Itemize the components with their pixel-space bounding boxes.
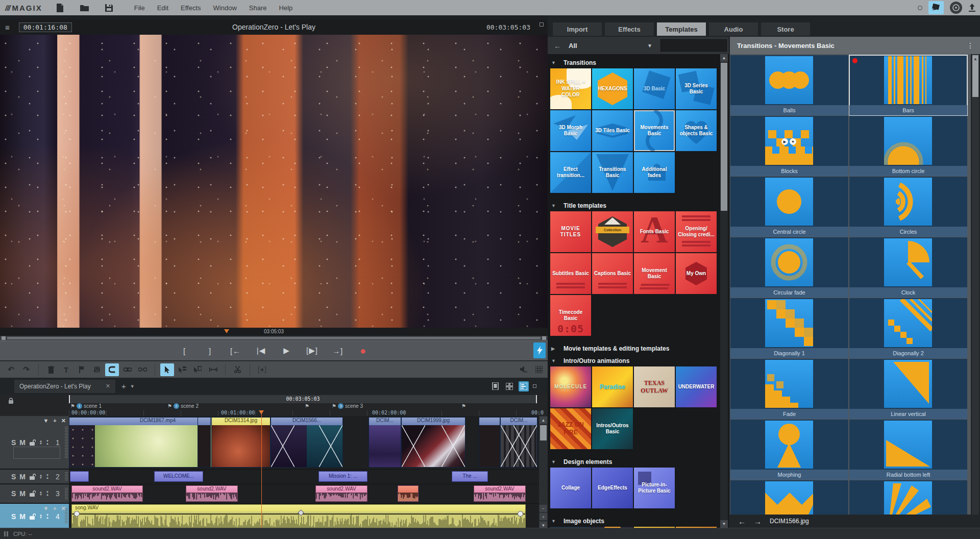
- template-tile[interactable]: 3D Tiles Basic: [592, 110, 633, 151]
- chevron-down-icon[interactable]: ▼: [551, 203, 556, 208]
- scroll-up-button[interactable]: ▲: [540, 416, 547, 424]
- transition-x-icon[interactable]: [271, 425, 295, 467]
- music-clip[interactable]: song.WAV: [71, 504, 526, 528]
- transition-x-icon[interactable]: [402, 425, 425, 467]
- mouse-mode-single-button[interactable]: [160, 363, 174, 376]
- template-tile[interactable]: Picture-in- Picture Basic: [634, 468, 675, 508]
- scene-marker[interactable]: ⚑3scene 3: [332, 403, 363, 409]
- mute-speaker-button[interactable]: [520, 366, 527, 373]
- title-clip[interactable]: WELCOME...: [154, 471, 203, 482]
- track-lane-1[interactable]: DCIM1867.mp4D...DCIM1314.jpgDCIM1566...D…: [69, 416, 539, 469]
- mute-button[interactable]: M: [19, 489, 26, 498]
- lock-icon[interactable]: [29, 513, 36, 520]
- position-track[interactable]: [7, 337, 541, 339]
- template-tile[interactable]: JAZZ ON FIRE: [550, 408, 591, 449]
- detach-monitor-button[interactable]: [540, 22, 544, 27]
- section-header[interactable]: ▶Movie templates & editing templates: [551, 344, 719, 353]
- undo-button[interactable]: ↶: [4, 363, 18, 376]
- solo-button[interactable]: S: [11, 512, 16, 521]
- solo-button[interactable]: S: [11, 473, 16, 481]
- add-project-tab-button[interactable]: +: [121, 382, 126, 390]
- audio-clip[interactable]: sound2.WAV: [71, 485, 143, 502]
- maximize-track-icon[interactable]: ▲▼: [39, 491, 42, 496]
- categories-scroll-thumb[interactable]: [721, 63, 727, 211]
- template-tile[interactable]: HEXAGONS: [592, 68, 633, 109]
- transition-tile-morphing[interactable]: Morphing: [730, 420, 848, 480]
- video-clip[interactable]: DCIM1999.jpg: [401, 417, 465, 468]
- video-clip[interactable]: [198, 417, 211, 468]
- vscroll-thumb[interactable]: [540, 425, 547, 440]
- template-tile[interactable]: Movement Basic: [634, 253, 675, 294]
- menu-help[interactable]: Help: [274, 2, 298, 14]
- title-clip[interactable]: [70, 471, 89, 482]
- tab-store[interactable]: Store: [761, 22, 810, 36]
- edit-mode-button[interactable]: [928, 1, 944, 14]
- mute-button[interactable]: M: [19, 512, 26, 521]
- template-tile[interactable]: MOLECULE: [550, 366, 591, 407]
- minimize-track-icon[interactable]: ▼▲: [46, 440, 49, 445]
- chevron-down-icon[interactable]: ▼: [551, 358, 556, 363]
- track-header-1[interactable]: SM▲▼▼▲1▼+✕: [0, 416, 69, 469]
- maximize-track-icon[interactable]: ▲▼: [39, 440, 42, 445]
- track-lane-2[interactable]: WELCOME...Mission 1: ...The ...: [69, 470, 539, 483]
- transition-tile-circles[interactable]: Circles: [849, 177, 967, 237]
- section-header[interactable]: ▼Image objects: [551, 517, 719, 526]
- view-monitor-button[interactable]: [490, 381, 500, 391]
- transition-tile[interactable]: [849, 480, 967, 514]
- minimize-track-icon[interactable]: ▼▲: [46, 491, 49, 496]
- template-tile[interactable]: Movements Basic: [634, 110, 675, 151]
- open-project-button[interactable]: [76, 1, 93, 14]
- transition-tile-bars[interactable]: Bars: [849, 55, 967, 115]
- solo-button[interactable]: S: [11, 489, 16, 498]
- menu-file[interactable]: File: [129, 2, 150, 14]
- split-button[interactable]: [231, 363, 244, 376]
- chevron-down-icon[interactable]: ▼: [647, 43, 652, 48]
- timeline-ruler[interactable]: 00:00:00:0000:01:00:0000:02:00:0000:0: [69, 410, 539, 416]
- project-tab[interactable]: OperationZero - Let's Play ✕: [14, 380, 115, 393]
- tab-import[interactable]: Import: [553, 22, 602, 36]
- template-tile[interactable]: 3D Basic: [634, 68, 675, 109]
- section-header[interactable]: ▼Title templates: [551, 201, 719, 210]
- template-tile[interactable]: My Own: [676, 253, 717, 294]
- video-preview[interactable]: [0, 35, 548, 328]
- detach-arranger-button[interactable]: [533, 384, 536, 388]
- minimize-track-icon[interactable]: ▼▲: [46, 514, 49, 519]
- play-preview-icon[interactable]: ▶: [781, 138, 788, 145]
- mouse-mode-all-tracks-button[interactable]: [176, 363, 189, 376]
- template-tile[interactable]: Shapes & objects Basic: [676, 110, 717, 151]
- section-header[interactable]: ▼Design elements: [551, 457, 719, 467]
- volume-handle[interactable]: [74, 511, 80, 517]
- track-header-4[interactable]: SM▲▼▼▲4▼+✕: [0, 504, 69, 529]
- transition-x-icon[interactable]: [319, 425, 342, 467]
- audio-clip[interactable]: [398, 485, 419, 502]
- audio-clip[interactable]: sound2.WAV: [474, 485, 526, 502]
- template-tile[interactable]: Timecode Basic0:05: [550, 295, 591, 336]
- play-button[interactable]: ▶: [278, 345, 296, 357]
- template-tile[interactable]: AFonts Basic: [634, 211, 675, 252]
- view-storyboard-button[interactable]: [504, 381, 514, 391]
- template-tile[interactable]: Paradise: [592, 366, 633, 407]
- chevron-down-icon[interactable]: ▼: [551, 519, 556, 524]
- favorite-icon[interactable]: ♥: [790, 138, 796, 145]
- snap-magnet-button[interactable]: [105, 363, 119, 376]
- track-add-icon[interactable]: +: [53, 505, 56, 512]
- tab-list-dropdown[interactable]: ▼: [130, 384, 135, 389]
- jump-end-button[interactable]: →]: [329, 345, 347, 357]
- title-button[interactable]: T: [59, 363, 73, 376]
- lock-icon[interactable]: [29, 474, 36, 480]
- track-grip[interactable]: [65, 427, 68, 458]
- template-tile[interactable]: Effect transition...: [550, 152, 591, 193]
- track-lane-3[interactable]: sound2.WAVsound2.WAVsound2.WAVsound2.WAV: [69, 484, 539, 503]
- chevron-down-icon[interactable]: ▼: [551, 459, 556, 464]
- transition-tile[interactable]: [730, 480, 848, 514]
- template-tile[interactable]: Intros/Outros Basic: [592, 408, 633, 449]
- tab-effects[interactable]: Effects: [605, 22, 654, 36]
- transition-tile-fade[interactable]: Fade: [730, 359, 848, 419]
- transition-tile-radial-bottom-left[interactable]: Radial bottom left: [849, 420, 967, 480]
- template-tile[interactable]: 3D Morph Basic: [550, 110, 591, 151]
- play-range-button[interactable]: [▶]: [303, 345, 322, 357]
- lock-icon[interactable]: [29, 439, 36, 446]
- prev-frame-button[interactable]: |◀: [252, 345, 271, 357]
- audio-clip[interactable]: sound2.WAV: [315, 485, 368, 502]
- transition-tile-central-circle[interactable]: Central circle: [730, 177, 848, 237]
